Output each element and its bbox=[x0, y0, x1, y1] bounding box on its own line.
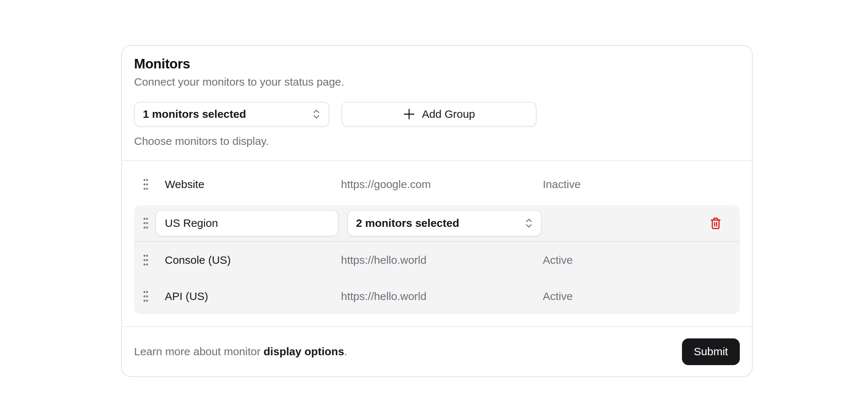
monitor-status: Active bbox=[543, 290, 724, 303]
monitor-status: Inactive bbox=[543, 178, 724, 191]
group-header-row: 2 monitors selected bbox=[134, 205, 740, 241]
monitor-status: Active bbox=[543, 254, 724, 266]
monitor-row: API (US) https://hello.world Active bbox=[134, 278, 740, 314]
monitor-name: Website bbox=[165, 178, 325, 191]
card-header: Monitors Connect your monitors to your s… bbox=[122, 46, 752, 160]
grip-vertical-icon[interactable] bbox=[143, 290, 149, 303]
monitor-url: https://google.com bbox=[341, 178, 527, 191]
group-name-input[interactable] bbox=[155, 210, 338, 236]
footer-text: Learn more about monitor display options… bbox=[134, 345, 347, 358]
grip-vertical-icon[interactable] bbox=[143, 217, 149, 229]
monitor-row: Website https://google.com Inactive bbox=[134, 168, 740, 200]
monitor-list: Website https://google.com Inactive bbox=[122, 161, 752, 326]
add-group-button[interactable]: Add Group bbox=[341, 102, 537, 127]
monitor-name: Console (US) bbox=[165, 254, 325, 266]
card-subtitle: Connect your monitors to your status pag… bbox=[134, 75, 740, 89]
monitors-card: Monitors Connect your monitors to your s… bbox=[121, 45, 753, 377]
card-footer: Learn more about monitor display options… bbox=[122, 327, 752, 376]
display-options-link[interactable]: display options bbox=[264, 345, 344, 357]
page-title: Monitors bbox=[134, 56, 740, 72]
trash-icon bbox=[710, 217, 722, 229]
delete-group-button[interactable] bbox=[707, 214, 724, 232]
group-monitors-select-value: 2 monitors selected bbox=[356, 217, 459, 229]
submit-button[interactable]: Submit bbox=[682, 338, 740, 365]
grip-vertical-icon[interactable] bbox=[143, 254, 149, 266]
monitor-group: 2 monitors selected bbox=[134, 205, 740, 314]
group-monitor-rows: Console (US) https://hello.world Active bbox=[134, 242, 740, 314]
monitors-select-value: 1 monitors selected bbox=[143, 108, 246, 120]
footer-text-prefix: Learn more about monitor bbox=[134, 345, 260, 357]
monitor-controls: 1 monitors selected Add Group bbox=[134, 102, 740, 127]
monitor-url: https://hello.world bbox=[341, 254, 527, 266]
footer-text-suffix: . bbox=[344, 345, 347, 357]
chevrons-up-down-icon bbox=[312, 109, 321, 120]
helper-text: Choose monitors to display. bbox=[134, 135, 740, 148]
add-group-label: Add Group bbox=[422, 108, 475, 120]
group-monitors-select[interactable]: 2 monitors selected bbox=[347, 210, 542, 236]
grip-vertical-icon[interactable] bbox=[143, 178, 149, 191]
plus-icon bbox=[403, 108, 415, 120]
monitor-name: API (US) bbox=[165, 290, 325, 303]
monitor-url: https://hello.world bbox=[341, 290, 527, 303]
monitor-row: Console (US) https://hello.world Active bbox=[134, 242, 740, 278]
monitors-select[interactable]: 1 monitors selected bbox=[134, 102, 329, 127]
chevrons-up-down-icon bbox=[524, 218, 534, 229]
